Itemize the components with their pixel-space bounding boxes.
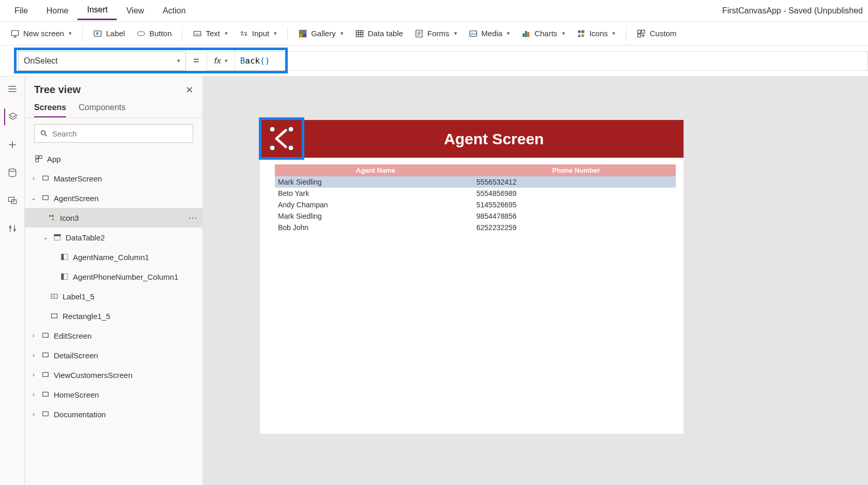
cell-name: Andy Champan xyxy=(278,201,476,209)
menu-home[interactable]: Home xyxy=(37,2,78,20)
chevron-down-icon: ▾ xyxy=(69,30,72,37)
caret-right-icon[interactable]: › xyxy=(30,391,37,398)
tree-node-label1-5[interactable]: Label1_5 xyxy=(25,286,203,306)
layers-icon xyxy=(8,112,18,122)
search-box[interactable] xyxy=(34,124,193,143)
fx-button[interactable]: fx ▾ xyxy=(207,51,235,71)
property-selector[interactable]: OnSelect ▾ xyxy=(18,51,186,71)
tree-node-editscreen[interactable]: › EditScreen xyxy=(25,326,203,345)
app-title: FirstCanvasApp - Saved (Unpublished xyxy=(722,6,863,16)
screen-title-label[interactable]: Agent Screen xyxy=(444,130,544,148)
chevron-down-icon: ▾ xyxy=(340,30,344,37)
tree-node-agentname-col[interactable]: AgentName_Column1 xyxy=(25,247,203,267)
hamburger-button[interactable] xyxy=(4,81,21,97)
column-icon xyxy=(60,252,69,262)
search-input[interactable] xyxy=(52,129,188,138)
back-icon-control[interactable] xyxy=(261,120,302,157)
header-phone[interactable]: Phone Number xyxy=(476,166,676,174)
screen-header-rect[interactable]: Agent Screen xyxy=(304,120,684,158)
svg-rect-54 xyxy=(39,156,42,158)
icons-icon xyxy=(577,29,586,38)
charts-button[interactable]: Charts ▾ xyxy=(516,26,570,41)
media-rail-button[interactable] xyxy=(4,192,21,209)
menu-insert[interactable]: Insert xyxy=(78,1,117,20)
tree-label: Documentation xyxy=(54,410,106,419)
new-screen-button[interactable]: New screen ▾ xyxy=(5,26,77,41)
caret-right-icon[interactable]: › xyxy=(30,411,37,418)
table-row[interactable]: Mark Siedling 9854478856 xyxy=(275,210,676,222)
caret-right-icon[interactable]: › xyxy=(30,175,37,182)
svg-rect-33 xyxy=(638,30,641,33)
header-agent-name[interactable]: Agent Name xyxy=(275,166,476,174)
svg-point-9 xyxy=(245,34,246,35)
custom-button[interactable]: Custom xyxy=(631,26,681,41)
cell-phone: 9854478856 xyxy=(476,212,676,220)
cell-name: Beto Yark xyxy=(278,189,476,198)
input-button[interactable]: Input ▾ xyxy=(234,26,282,41)
close-button[interactable]: ✕ xyxy=(185,84,193,96)
svg-rect-71 xyxy=(43,372,49,376)
database-icon xyxy=(7,168,18,178)
tree-label: Rectangle1_5 xyxy=(63,312,111,321)
tree-node-detailscreen[interactable]: › DetailScreen xyxy=(25,345,203,365)
text-label: Text xyxy=(206,29,220,38)
tree-node-app[interactable]: App xyxy=(25,149,203,169)
svg-rect-11 xyxy=(299,30,302,33)
screen-small-icon xyxy=(41,410,50,419)
caret-right-icon[interactable]: › xyxy=(30,352,37,359)
table-row[interactable]: Beto Yark 5554856989 xyxy=(275,188,676,199)
svg-rect-57 xyxy=(43,195,49,200)
insert-rail-button[interactable] xyxy=(4,137,21,153)
media-button[interactable]: Media ▾ xyxy=(463,26,516,41)
input-icon xyxy=(239,29,249,38)
cell-name: Mark Siedling xyxy=(278,178,476,186)
cell-name: Mark Siedling xyxy=(278,212,476,220)
icons-button[interactable]: Icons ▾ xyxy=(571,26,621,41)
caret-right-icon[interactable]: › xyxy=(30,332,37,339)
tools-rail-button[interactable] xyxy=(4,220,21,237)
data-table-control[interactable]: Agent Name Phone Number Mark Siedling 55… xyxy=(275,164,676,233)
tree-node-agentscreen[interactable]: ⌄ AgentScreen xyxy=(25,188,203,208)
caret-down-icon[interactable]: ⌄ xyxy=(42,234,49,241)
tree-node-homescreen[interactable]: › HomeScreen xyxy=(25,385,203,404)
tree-node-viewcustomersscreen[interactable]: › ViewCustomersScreen xyxy=(25,365,203,385)
data-rail-button[interactable] xyxy=(4,164,21,181)
tab-screens[interactable]: Screens xyxy=(34,103,66,117)
svg-rect-14 xyxy=(303,34,306,37)
formula-input[interactable]: Back() xyxy=(235,51,868,71)
tree-node-rectangle1-5[interactable]: Rectangle1_5 xyxy=(25,306,203,326)
table-row[interactable]: Andy Champan 5145526695 xyxy=(275,199,676,210)
forms-button[interactable]: Forms ▾ xyxy=(409,26,462,41)
tree-node-agentphone-col[interactable]: AgentPhoneNumber_Column1 xyxy=(25,267,203,286)
tree-label: Label1_5 xyxy=(63,292,95,301)
tree-node-masterscreen[interactable]: › MasterScreen xyxy=(25,169,203,188)
tree-node-icon3[interactable]: Icon3 ⋯ xyxy=(25,208,203,228)
canvas-screen[interactable]: Agent Screen Agent Name Phone Number Mar… xyxy=(260,120,684,434)
caret-right-icon[interactable]: › xyxy=(30,371,37,378)
data-table-button[interactable]: Data table xyxy=(350,26,408,41)
caret-down-icon[interactable]: ⌄ xyxy=(30,194,37,202)
table-icon xyxy=(53,233,62,242)
tree-view-rail-button[interactable] xyxy=(4,109,21,125)
menu-file[interactable]: File xyxy=(5,2,37,20)
gallery-button[interactable]: Gallery ▾ xyxy=(293,26,349,41)
more-button[interactable]: ⋯ xyxy=(188,212,197,223)
menu-view[interactable]: View xyxy=(117,2,153,20)
button-button[interactable]: Button xyxy=(131,26,177,41)
table-row[interactable]: Bob John 6252232259 xyxy=(275,222,676,233)
svg-rect-62 xyxy=(54,235,60,236)
menu-action[interactable]: Action xyxy=(153,2,195,20)
table-row[interactable]: Mark Siedling 5556532412 xyxy=(275,176,676,188)
label-button[interactable]: Label xyxy=(88,26,130,41)
text-button[interactable]: Abc Text ▾ xyxy=(188,26,233,41)
screens-icon xyxy=(7,195,18,206)
screen-small-icon xyxy=(41,331,50,340)
rectangle-icon xyxy=(50,311,59,321)
svg-point-51 xyxy=(41,131,45,135)
canvas-area[interactable]: Agent Screen Agent Name Phone Number Mar… xyxy=(203,77,868,485)
tree-node-documentation[interactable]: › Documentation xyxy=(25,404,203,424)
tree-node-datatable2[interactable]: ⌄ DataTable2 xyxy=(25,228,203,247)
data-table-icon xyxy=(355,29,364,38)
svg-point-7 xyxy=(241,32,243,33)
tab-components[interactable]: Components xyxy=(79,103,126,117)
